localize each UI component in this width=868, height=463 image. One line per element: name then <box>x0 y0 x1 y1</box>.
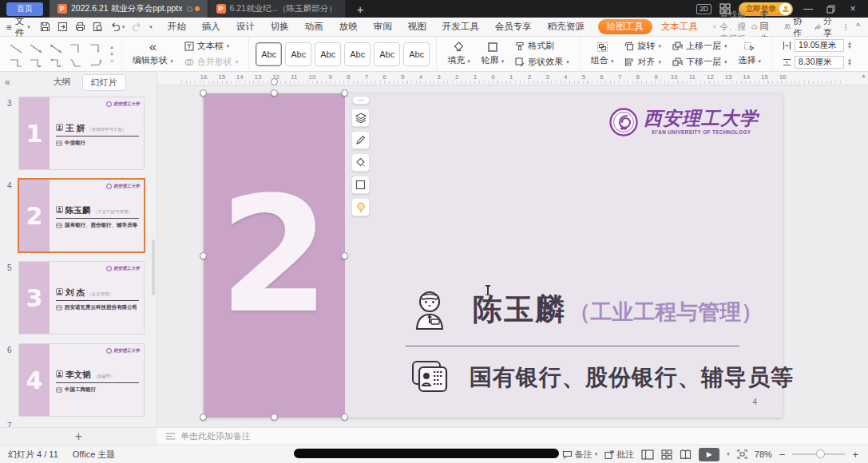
shape-style-preset[interactable]: Abc <box>315 42 341 66</box>
zoom-out-button[interactable]: − <box>779 449 786 461</box>
home-button[interactable]: 首页 <box>6 2 43 16</box>
theme-name[interactable]: Office 主题 <box>73 449 116 461</box>
shape-line-icon[interactable] <box>26 42 46 55</box>
selection-handle-n[interactable] <box>271 89 278 97</box>
ribbon-tab[interactable]: 开发工具 <box>435 19 486 34</box>
ribbon-tab[interactable]: 开始 <box>161 19 193 34</box>
slide-editor[interactable]: 2 西安理工大学 XI'AN UNIVERSITY OF TECHNOLOGY <box>204 93 783 417</box>
slide-title[interactable]: 陈玉麟 <box>473 293 566 326</box>
pen-icon[interactable] <box>351 131 370 149</box>
zoom-level[interactable]: 78% <box>755 449 772 459</box>
more-menu-icon[interactable] <box>845 22 846 33</box>
ribbon-tab[interactable]: 稻壳资源 <box>541 19 592 34</box>
fill-button[interactable]: 填充 ▾ <box>442 42 476 66</box>
edit-shape-button[interactable]: « 编辑形状 ▾ <box>127 42 179 66</box>
slide-thumbnail[interactable]: 4 西安理工大学 李文韬 （金融学） 中国工商银行 <box>19 344 144 416</box>
shape-elbow-icon[interactable] <box>66 42 85 55</box>
ribbon-tab[interactable]: 插入 <box>195 19 228 34</box>
ribbon-tab[interactable]: 设计 <box>229 19 262 34</box>
normal-view-icon[interactable] <box>641 449 654 460</box>
slide-thumbnail[interactable]: 1 西安理工大学 王 妍 （管理科学与工程） 中信银行 <box>19 97 144 169</box>
new-tab-button[interactable]: + <box>357 2 364 16</box>
comments-toggle[interactable]: 批注 <box>604 449 634 461</box>
print-preview-icon[interactable] <box>93 22 103 32</box>
share-button[interactable]: 分享 <box>814 15 835 39</box>
slide-number-band[interactable]: 2 <box>204 93 345 417</box>
play-options-icon[interactable]: ▾ <box>727 451 730 457</box>
collapse-panel-icon[interactable]: « <box>5 77 19 88</box>
undo-button[interactable]: ▾ <box>110 22 125 32</box>
layers-icon[interactable] <box>351 109 370 127</box>
shape-style-preset[interactable]: Abc <box>374 42 400 66</box>
panel-tab[interactable]: 幻灯片 <box>82 74 126 91</box>
add-slide-button[interactable]: + <box>0 427 157 445</box>
shape-zigzag-icon[interactable] <box>46 56 65 69</box>
ribbon-tab[interactable]: 放映 <box>332 19 365 34</box>
ribbon-tab[interactable]: 绘图工具 <box>598 19 652 34</box>
ribbon-tab[interactable]: 动画 <box>298 19 331 34</box>
print-icon[interactable] <box>75 22 85 32</box>
collapse-ribbon-icon[interactable]: ^ <box>856 22 860 31</box>
shape-zigzag-icon[interactable] <box>6 56 26 69</box>
sidebar-scrollbar[interactable] <box>152 239 155 295</box>
selection-handle-s[interactable] <box>271 414 278 421</box>
selection-handle-sw[interactable] <box>200 414 207 421</box>
zoom-knob[interactable] <box>816 449 825 458</box>
slide-thumbnail[interactable]: 2 西安理工大学 陈玉麟 （工业工程与管理） 国有银行、股份银行、辅导员等 <box>19 180 144 251</box>
slide-title-suffix[interactable]: （工业工程与管理） <box>569 300 763 324</box>
fill-bucket-icon[interactable] <box>351 153 370 172</box>
mode-2d-icon[interactable]: 2D <box>696 4 711 14</box>
document-tab[interactable]: P 2022.6.21 就业分享会ppt.pptx <box>50 0 208 18</box>
slide-subtitle[interactable]: 国有银行、股份银行、辅导员等 <box>470 362 794 393</box>
align-button[interactable]: 对齐▾ <box>624 56 661 68</box>
group-button[interactable]: 组合 ▾ <box>585 42 620 66</box>
slide-sorter-icon[interactable] <box>661 449 672 460</box>
ribbon-tab[interactable]: 审阅 <box>367 19 399 34</box>
canvas-scroll-up-icon[interactable]: ▲ <box>861 73 866 78</box>
merge-shape-button[interactable]: 合并形状▾ <box>184 56 239 68</box>
shape-style-preset[interactable]: Abc <box>403 42 430 66</box>
panel-tab[interactable]: 大纲 <box>46 74 79 91</box>
redo-icon[interactable] <box>132 22 142 32</box>
slide-thumbnail[interactable]: 3 西安理工大学 刘 杰 （企业管理） 西安诺瓦星云科技股份有限公司 <box>19 262 144 334</box>
save-icon[interactable] <box>40 22 50 32</box>
shape-width-field[interactable]: 8.30厘米 ▲▼ <box>783 56 852 69</box>
slide-canvas[interactable]: 1615141312111098765432101234567891011121… <box>157 72 868 427</box>
collab-button[interactable]: 协作 <box>784 15 805 39</box>
rotate-handle[interactable] <box>271 78 278 85</box>
shape-scurve-icon[interactable] <box>86 56 105 69</box>
slideshow-play-button[interactable]: ▶ <box>699 448 719 461</box>
shape-zigzag-icon[interactable] <box>26 56 46 69</box>
tips-bulb-icon[interactable] <box>351 198 370 216</box>
send-backward-button[interactable]: 下移一层▾ <box>672 56 727 68</box>
width-stepper[interactable]: ▲▼ <box>847 58 852 66</box>
floating-collapse-icon[interactable]: — <box>352 96 370 105</box>
select-button[interactable]: 选择 ▾ <box>732 42 767 66</box>
reading-view-icon[interactable] <box>680 449 692 460</box>
height-stepper[interactable]: ▲▼ <box>847 42 852 49</box>
zoom-in-button[interactable]: + <box>852 449 858 461</box>
more-quickbar-icon[interactable]: ▾ <box>149 24 153 30</box>
selection-handle-w[interactable] <box>200 252 207 259</box>
ribbon-tab[interactable]: 文本工具 <box>654 19 705 34</box>
outline-button[interactable]: 轮廓 ▾ <box>476 42 510 66</box>
rotate-button[interactable]: 旋转▾ <box>624 40 661 52</box>
notes-bar[interactable]: 单击此处添加备注 <box>157 427 868 445</box>
fit-slide-icon[interactable] <box>737 449 747 459</box>
document-tab[interactable]: P 6.21就业纪...（陈玉麟部分） <box>208 0 346 18</box>
selection-handle-e[interactable] <box>341 252 348 259</box>
export-icon[interactable] <box>57 22 68 32</box>
ribbon-tab[interactable]: 会员专享 <box>488 19 539 34</box>
shape-style-preset[interactable]: Abc <box>285 42 311 66</box>
zoom-slider[interactable] <box>792 453 845 455</box>
shape-line-icon[interactable] <box>46 42 65 55</box>
ribbon-tab[interactable]: 视图 <box>401 19 434 34</box>
shape-line-icon[interactable] <box>6 42 26 55</box>
notes-toggle[interactable]: 备注▾ <box>562 449 598 461</box>
selection-handle-ne[interactable] <box>341 89 348 97</box>
shape-style-preset[interactable]: Abc <box>344 42 371 66</box>
bring-forward-button[interactable]: 上移一层▾ <box>672 40 727 52</box>
shape-style-preset[interactable]: Abc <box>256 42 282 66</box>
selection-handle-se[interactable] <box>341 414 348 421</box>
shape-curve-icon[interactable] <box>66 56 85 69</box>
